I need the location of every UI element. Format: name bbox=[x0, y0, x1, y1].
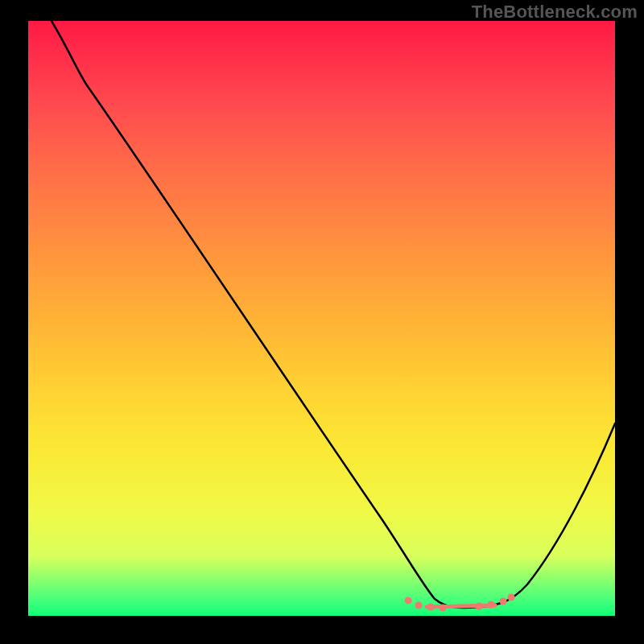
bottleneck-curve bbox=[52, 21, 615, 608]
svg-point-2 bbox=[415, 602, 423, 609]
svg-point-6 bbox=[488, 601, 495, 609]
svg-point-1 bbox=[405, 597, 412, 605]
svg-point-8 bbox=[508, 594, 515, 601]
watermark-text: TheBottleneck.com bbox=[472, 2, 638, 23]
curve-layer bbox=[28, 21, 615, 616]
svg-line-0 bbox=[427, 605, 495, 607]
plot-area bbox=[28, 21, 615, 616]
svg-point-7 bbox=[500, 598, 507, 605]
svg-point-4 bbox=[440, 605, 447, 612]
trough-dots bbox=[405, 594, 515, 612]
chart-container: TheBottleneck.com bbox=[0, 0, 644, 644]
svg-point-3 bbox=[427, 604, 435, 611]
svg-point-5 bbox=[476, 603, 483, 610]
